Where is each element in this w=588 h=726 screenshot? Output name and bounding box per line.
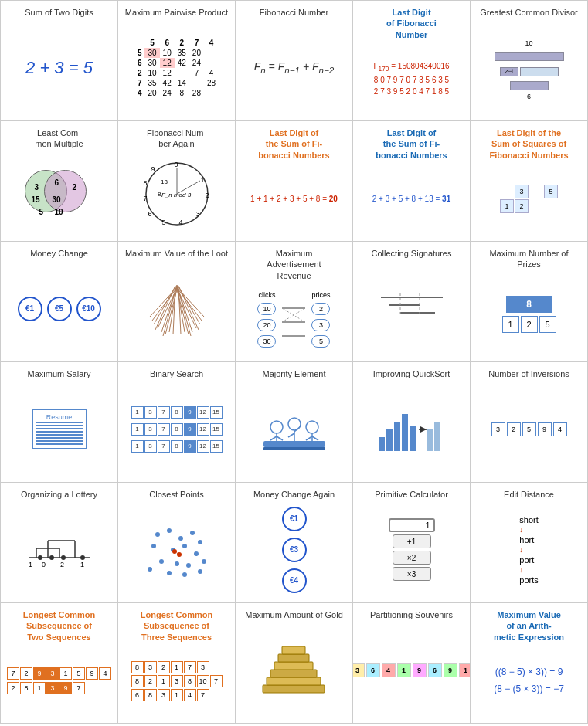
card-content bbox=[242, 382, 346, 476]
card-content: 10 2⊣ 6 bbox=[477, 21, 581, 114]
arrow-3: ↓ bbox=[519, 566, 523, 574]
card-max-prizes[interactable]: Maximum Number of Prizes 8 1 2 5 bbox=[471, 242, 588, 362]
card-content: 3 2 5 9 4 bbox=[477, 382, 581, 476]
card-content: clicks 10 20 30 prices 2 bbox=[242, 284, 346, 355]
card-max-pairwise[interactable]: Maximum Pairwise Product 56274 530103520… bbox=[118, 1, 236, 121]
card-title: Last Digit ofthe Sum of Fi-bonacci Numbe… bbox=[258, 127, 329, 161]
svg-rect-107 bbox=[270, 670, 317, 677]
card-max-salary[interactable]: Maximum Salary Resume bbox=[1, 362, 118, 483]
card-content: €1 €3 €4 bbox=[242, 503, 346, 596]
coins: €1 €5 €10 bbox=[18, 297, 101, 321]
word-short: short bbox=[519, 515, 538, 524]
svg-text:5: 5 bbox=[161, 219, 165, 226]
venn-label-10: 10 bbox=[55, 208, 63, 216]
card-money-change-again[interactable]: Money Change Again €1 €3 €4 bbox=[236, 483, 353, 603]
prizes-bar-top: 8 bbox=[506, 296, 552, 313]
card-primitive-calc[interactable]: Primitive Calculator 1 +1 ×2 ×3 bbox=[353, 483, 471, 603]
adv-price-5: 5 bbox=[311, 335, 330, 348]
lottery-visual: 1 0 2 1 bbox=[25, 527, 94, 573]
svg-line-51 bbox=[277, 436, 283, 440]
card-lcs-two[interactable]: Longest CommonSubsequence ofTwo Sequence… bbox=[1, 603, 118, 724]
svg-text:2: 2 bbox=[205, 192, 209, 199]
card-fibonacci[interactable]: Fibonacci Number Fn = Fn−1 + Fn−2 bbox=[236, 1, 353, 121]
prize-1: 1 bbox=[502, 316, 519, 333]
arith-expr: ((8 − 5) × 3)) = 9 (8 − (5 × 3)) = −7 bbox=[494, 664, 564, 697]
card-collecting-sigs[interactable]: Collecting Signatures bbox=[353, 242, 471, 362]
card-money-change[interactable]: Money Change €1 €5 €10 bbox=[1, 242, 118, 362]
svg-rect-62 bbox=[394, 422, 400, 451]
card-content: Fn = Fn−1 + Fn−2 bbox=[242, 21, 346, 114]
svg-text:0: 0 bbox=[174, 161, 178, 168]
card-content: 1 + 1 + 2 + 3 + 5 + 8 = 20 bbox=[242, 164, 346, 235]
card-closest-points[interactable]: Closest Points bbox=[118, 483, 236, 603]
lcs-two-visual: 7 2 9 3 1 5 9 4 2 8 1 3 9 7 bbox=[7, 667, 111, 694]
sum-fib-eq: 1 + 1 + 2 + 3 + 5 + 8 = 20 bbox=[250, 195, 338, 203]
card-title: MaximumAdvertisementRevenue bbox=[267, 248, 321, 281]
pcalc-btn-x3: ×3 bbox=[393, 567, 431, 581]
svg-point-89 bbox=[198, 540, 202, 544]
prizes-bottom-row: 1 2 5 bbox=[502, 316, 556, 333]
card-title: Maximum Salary bbox=[28, 368, 91, 379]
svg-point-80 bbox=[49, 555, 54, 560]
gcd-bar-mid bbox=[520, 67, 559, 76]
card-content bbox=[359, 262, 464, 355]
venn-label-15: 15 bbox=[32, 195, 40, 204]
bs-row-1: 137891215 bbox=[131, 406, 223, 419]
card-sum-two-digits[interactable]: Sum of Two Digits 2 + 3 = 5 bbox=[1, 1, 118, 121]
card-max-arith[interactable]: Maximum Valueof an Arith-metic Expressio… bbox=[471, 603, 588, 724]
fib-formula: Fn = Fn−1 + Fn−2 bbox=[254, 60, 335, 75]
card-fib-again[interactable]: Fibonacci Num-ber Again 0 1 2 3 4 5 6 7 … bbox=[118, 121, 236, 242]
card-content: F170 = 150804340016 8 0 7 9 7 0 7 3 5 6 … bbox=[359, 43, 464, 114]
adv-click-10: 10 bbox=[257, 303, 276, 315]
card-inversions[interactable]: Number of Inversions 3 2 5 9 4 bbox=[471, 362, 588, 483]
svg-text:1: 1 bbox=[80, 561, 84, 568]
svg-text:8: 8 bbox=[143, 179, 147, 187]
card-lottery[interactable]: Organizing a Lottery 1 0 2 bbox=[1, 483, 118, 603]
venn-label-5: 5 bbox=[39, 208, 44, 216]
card-binary-search[interactable]: Binary Search 137891215 137891215 137891… bbox=[118, 362, 236, 483]
card-lcs-three[interactable]: Longest CommonSubsequence ofThree Sequen… bbox=[118, 603, 236, 724]
card-partitioning[interactable]: Partitioning Souvenirs 3 6 4 1 9 6 9 1 bbox=[353, 603, 471, 724]
card-max-loot[interactable]: Maximum Value of the Loot bbox=[118, 242, 236, 362]
fib-last-value: F170 = 150804340016 8 0 7 9 7 0 7 3 5 6 … bbox=[373, 60, 449, 97]
svg-point-56 bbox=[306, 421, 318, 433]
card-max-adv[interactable]: MaximumAdvertisementRevenue clicks 10 20… bbox=[236, 242, 353, 362]
card-quicksort[interactable]: Improving QuickSort bbox=[353, 362, 471, 483]
venn-diagram: 3 6 2 15 30 5 10 bbox=[21, 166, 98, 222]
venn-label-30: 30 bbox=[53, 195, 61, 204]
coin-3-again: €3 bbox=[282, 538, 307, 562]
svg-point-92 bbox=[182, 544, 187, 548]
card-lcm[interactable]: Least Com-mon Multiple 3 6 2 15 30 5 10 bbox=[1, 121, 118, 242]
binary-search-rows: 137891215 137891215 137891215 bbox=[131, 405, 223, 454]
majority-visual bbox=[260, 402, 329, 456]
svg-text:7: 7 bbox=[143, 195, 147, 202]
card-title: Collecting Signatures bbox=[372, 248, 452, 259]
svg-text:1: 1 bbox=[200, 176, 204, 184]
card-majority[interactable]: Majority Element bbox=[236, 362, 353, 483]
card-last-digit-sum-fib[interactable]: Last Digit ofthe Sum of Fi-bonacci Numbe… bbox=[236, 121, 353, 242]
card-content: 3 6 4 1 9 6 9 1 bbox=[359, 623, 464, 717]
svg-text:8: 8 bbox=[158, 191, 161, 198]
svg-point-95 bbox=[175, 561, 179, 566]
svg-rect-105 bbox=[263, 685, 325, 693]
card-max-gold[interactable]: Maximum Amount of Gold bbox=[236, 603, 353, 724]
card-last-digit-fib[interactable]: Last Digitof FibonacciNumber F170 = 1508… bbox=[353, 1, 471, 121]
card-title: Number of Inversions bbox=[488, 368, 569, 379]
bs-row-3: 137891215 bbox=[131, 440, 223, 453]
card-edit-distance[interactable]: Edit Distance short ↓ hort ↓ port ↓ port… bbox=[471, 483, 588, 603]
card-content: 8 1 2 5 bbox=[477, 273, 581, 355]
svg-text:F_n mod 3: F_n mod 3 bbox=[161, 192, 191, 198]
card-title: Money Change Again bbox=[253, 489, 335, 500]
card-title: Last Digit ofthe Sum of Fi-bonacci Numbe… bbox=[376, 127, 447, 161]
card-last-digit-sq-fib[interactable]: Last Digit of theSum of Squares ofFibona… bbox=[471, 121, 588, 242]
venn-label-2: 2 bbox=[73, 183, 77, 192]
pairwise-table: 56274 530103520 630124224 2101274 735421… bbox=[134, 38, 219, 98]
venn-circle-right bbox=[44, 170, 87, 212]
card-last-digit-sum-fib2[interactable]: Last Digit ofthe Sum of Fi-bonacci Numbe… bbox=[353, 121, 471, 242]
card-content: short ↓ hort ↓ port ↓ ports bbox=[477, 503, 581, 596]
card-gcd[interactable]: Greatest Common Divisor 10 2⊣ 6 bbox=[471, 1, 588, 121]
card-title: Closest Points bbox=[149, 489, 203, 500]
card-content: 56274 530103520 630124224 2101274 735421… bbox=[124, 21, 229, 114]
venn-label-6: 6 bbox=[55, 178, 59, 187]
card-title: Maximum Value of the Loot bbox=[125, 248, 228, 259]
